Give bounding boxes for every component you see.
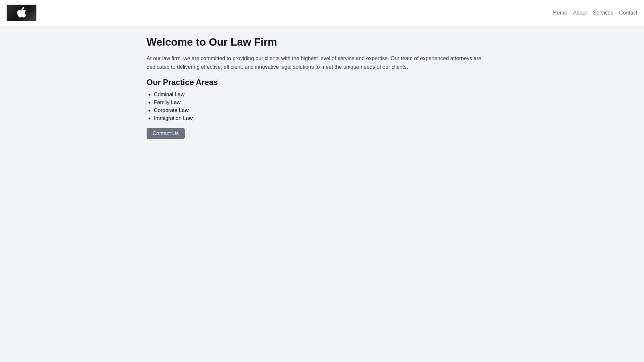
practice-areas-list: Criminal Law Family Law Corporate Law Im… xyxy=(147,92,497,121)
list-item: Immigration Law xyxy=(154,115,497,121)
practice-areas-title: Our Practice Areas xyxy=(147,78,497,87)
intro-text: At our law firm, we are committed to pro… xyxy=(147,54,497,71)
list-item: Criminal Law xyxy=(154,92,497,98)
nav-item-about[interactable]: About xyxy=(573,10,587,16)
logo-area xyxy=(7,5,36,21)
contact-us-button[interactable]: Contact Us xyxy=(147,128,185,139)
nav-item-contact[interactable]: Contact xyxy=(619,10,637,16)
nav-item-services[interactable]: Services xyxy=(593,10,613,16)
logo-icon xyxy=(17,7,26,19)
list-item: Corporate Law xyxy=(154,107,497,113)
nav-item-home[interactable]: Home xyxy=(553,10,567,16)
logo xyxy=(7,5,36,21)
main-nav: Home About Services Contact xyxy=(553,10,637,16)
page-title: Welcome to Our Law Firm xyxy=(147,36,497,48)
list-item: Family Law xyxy=(154,100,497,105)
